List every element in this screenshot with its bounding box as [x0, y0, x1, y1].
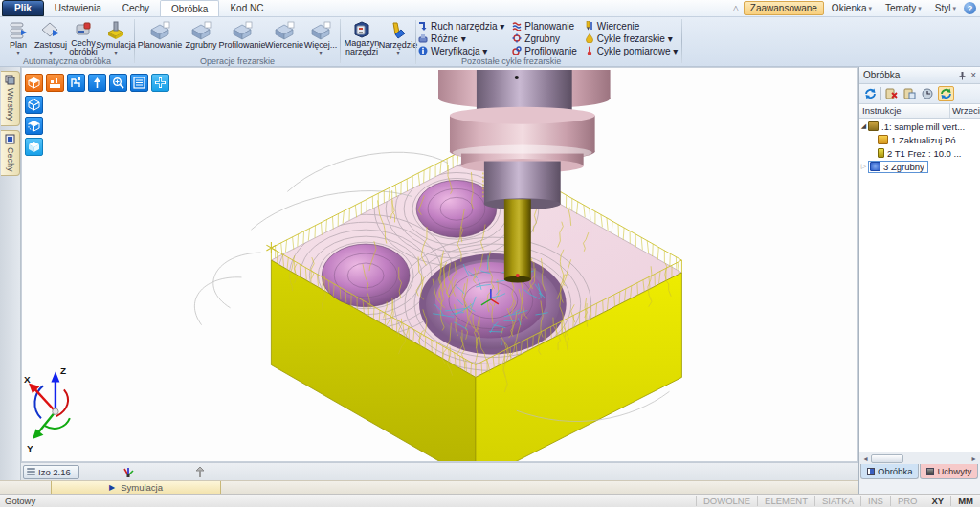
- delete-instruction-button[interactable]: [883, 86, 900, 101]
- scroll-left-icon[interactable]: ◂: [860, 454, 871, 463]
- wiercenie-button[interactable]: Wiercenie: [265, 18, 303, 56]
- shaded-cube-button[interactable]: [25, 138, 43, 156]
- status-dowolne[interactable]: DOWOLNE: [696, 496, 757, 506]
- themes-menu[interactable]: Tematy▾: [880, 2, 927, 14]
- symulacja-button[interactable]: Symulacja ▾: [100, 18, 132, 56]
- view-cube-button[interactable]: [25, 74, 43, 92]
- wiecej-button[interactable]: Więcej... ▾: [303, 18, 338, 56]
- advanced-mode-button[interactable]: Zaawansowane: [744, 1, 824, 15]
- tool-tip-marker: [516, 274, 520, 277]
- regenerate-button[interactable]: [938, 86, 954, 101]
- cube-icon: [28, 77, 40, 89]
- plan-button[interactable]: Plan ▾: [2, 18, 34, 56]
- tab-kod-nc[interactable]: Kod NC: [219, 0, 274, 16]
- style-menu[interactable]: Styl▾: [929, 2, 962, 14]
- collapse-ribbon-icon[interactable]: △: [730, 4, 742, 12]
- tree-row-tool[interactable]: 2 T1 Frez : 10.0 ...: [859, 146, 980, 160]
- hidden-line-cube-button[interactable]: [25, 117, 43, 135]
- shaded-cube-icon: [28, 141, 40, 153]
- tab-cechy[interactable]: Cechy: [112, 0, 160, 16]
- scrollbar-thumb[interactable]: [871, 454, 903, 463]
- status-siatka[interactable]: SIATKA: [814, 496, 860, 506]
- expander-expanded-icon[interactable]: ◢: [859, 122, 868, 130]
- scroll-right-icon[interactable]: ▸: [969, 454, 979, 463]
- tab-obrobka-panel[interactable]: Obróbka: [860, 464, 919, 479]
- group-label: Pozostałe cykle frezarskie: [341, 56, 681, 66]
- show-stock-button[interactable]: [46, 74, 64, 92]
- viewport-shading-toolbar: [25, 96, 43, 156]
- cykle-frezarskie-button[interactable]: Cykle frezarskie ▾: [583, 33, 680, 44]
- expander-collapsed-icon[interactable]: ▷: [859, 163, 868, 170]
- file-menu-button[interactable]: Plik: [2, 0, 44, 16]
- group-label: Automatyczna obróbka: [0, 56, 134, 66]
- cykle-pomiarowe-button[interactable]: Cykle pomiarowe ▾: [583, 45, 680, 56]
- narzedzie-button[interactable]: Narzędzie ▾: [381, 18, 415, 56]
- column-instrukcje[interactable]: Instrukcje: [859, 104, 950, 118]
- tab-symulacja[interactable]: ▶ Symulacja: [51, 481, 221, 495]
- origin-axis-icon[interactable]: [122, 465, 135, 478]
- view-bar: Izo 2.16: [21, 462, 858, 480]
- tab-uchwyty-panel[interactable]: Uchwyty: [920, 464, 978, 479]
- sidebar-tab-cechy[interactable]: Cechy: [1, 130, 20, 176]
- zgrubny-button[interactable]: Zgrubny: [183, 18, 219, 56]
- planowanie-small-button[interactable]: Planowanie: [510, 20, 578, 32]
- windows-menu[interactable]: Okienka▾: [826, 2, 878, 14]
- help-icon[interactable]: ?: [964, 2, 976, 14]
- chevron-down-icon: ▾: [869, 5, 873, 12]
- pin-icon[interactable]: [958, 71, 967, 80]
- wiecej-icon: [310, 20, 331, 41]
- display-options-button[interactable]: [130, 74, 148, 92]
- horizontal-scrollbar[interactable]: ◂ ▸: [859, 452, 980, 464]
- tree-row-setup[interactable]: ◢ .1: sample mill vert...: [859, 120, 980, 133]
- hidden-line-cube-icon: [28, 120, 40, 132]
- chevron-down-icon: ▾: [396, 50, 399, 55]
- selected-tree-item[interactable]: 3 Zgrubny: [868, 161, 928, 173]
- sidebar-tab-warstwy[interactable]: Warstwy: [1, 71, 20, 126]
- tree-column-headers[interactable]: Instrukcje Wrzecion: [859, 104, 980, 119]
- edit-instruction-button[interactable]: [902, 86, 918, 101]
- tab-ustawienia[interactable]: Ustawienia: [44, 0, 112, 16]
- tab-obrobka[interactable]: Obróbka: [160, 0, 219, 16]
- panel-title: Obróbka: [863, 70, 900, 80]
- profilowanie-button[interactable]: Profilowanie: [219, 18, 265, 56]
- tree-row-zgrubny[interactable]: ▷ 3 Zgrubny: [859, 160, 980, 173]
- panel-toolbar: [859, 84, 980, 104]
- tree-row-update[interactable]: 1 Zaktualizuj Pó...: [859, 133, 980, 146]
- show-tool-button[interactable]: [88, 74, 106, 92]
- zgrubny-small-button[interactable]: Zgrubny: [510, 33, 578, 44]
- profilowanie-small-icon: [512, 46, 522, 55]
- zastosuj-button[interactable]: Zastosuj ▾: [34, 18, 67, 56]
- status-message: Gotowy: [0, 496, 35, 506]
- status-element[interactable]: ELEMENT: [757, 496, 814, 506]
- wiercenie-small-icon: [585, 21, 594, 31]
- status-toggles: DOWOLNE ELEMENT SIATKA INS PRO XY MM: [696, 495, 980, 507]
- magazyn-narzedzi-button[interactable]: Magazyn narzędzi: [343, 18, 381, 56]
- refresh-button[interactable]: [862, 86, 879, 101]
- zoom-extents-button[interactable]: [109, 74, 127, 92]
- column-wrzeciono[interactable]: Wrzecion: [950, 104, 980, 118]
- profilowanie-small-button[interactable]: Profilowanie: [510, 45, 578, 56]
- show-machine-button[interactable]: [67, 74, 85, 92]
- cechy-obrobki-button[interactable]: Cechy obróbki: [67, 18, 100, 56]
- wiercenie-small-button[interactable]: Wiercenie: [583, 20, 680, 32]
- ruch-narzedzia-button[interactable]: Ruch narzędzia ▾: [416, 20, 506, 32]
- status-pro[interactable]: PRO: [890, 496, 924, 506]
- weryfikacja-button[interactable]: Weryfikacja ▾: [416, 45, 506, 56]
- move-view-button[interactable]: [151, 74, 169, 92]
- probe-tool-icon[interactable]: [194, 466, 206, 478]
- axis-triad: X Z Y: [24, 365, 70, 453]
- profilowanie-icon: [232, 20, 253, 41]
- view-list-icon: [27, 468, 35, 475]
- cykle-pomiarowe-icon: [585, 46, 594, 55]
- close-icon[interactable]: ×: [970, 71, 976, 80]
- status-mm[interactable]: MM: [950, 496, 980, 506]
- status-ins[interactable]: INS: [860, 496, 890, 506]
- viewport-3d[interactable]: X Z Y: [21, 67, 858, 462]
- machine-icon: [70, 77, 82, 89]
- wireframe-cube-button[interactable]: [25, 96, 43, 114]
- planowanie-button[interactable]: Planowanie: [137, 18, 183, 56]
- sequence-button[interactable]: [920, 86, 936, 101]
- status-xy[interactable]: XY: [924, 496, 950, 506]
- view-orientation-button[interactable]: Izo 2.16: [23, 465, 79, 479]
- rozne-button[interactable]: Różne ▾: [416, 33, 506, 44]
